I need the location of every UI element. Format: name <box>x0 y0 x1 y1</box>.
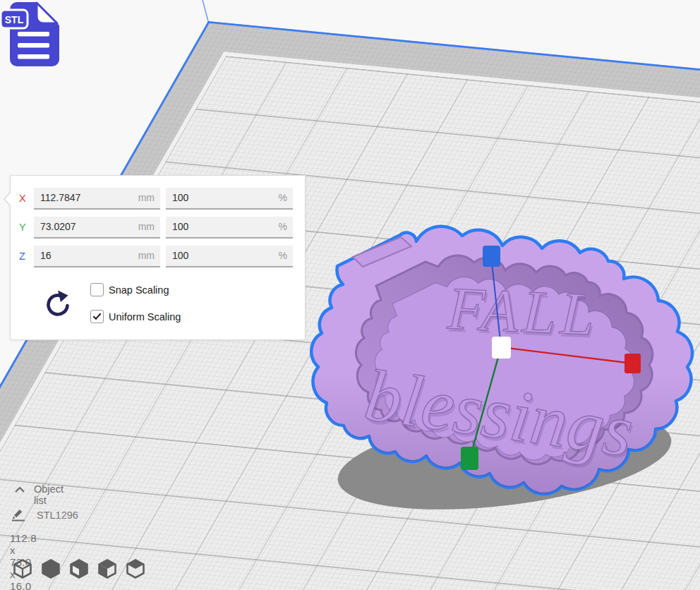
view-cube-wireframe-icon[interactable] <box>13 559 32 579</box>
scale-z-mm-input[interactable]: 16 mm <box>34 246 160 267</box>
scale-z-percent-input[interactable]: 100 % <box>166 246 293 267</box>
reset-icon-arrowhead <box>58 291 68 303</box>
view-cube-top-left-icon[interactable] <box>98 559 116 579</box>
scale-y-unit: mm <box>138 221 155 232</box>
scale-y-percent: 100 <box>172 221 188 232</box>
panel-caret <box>4 191 11 207</box>
scale-row-z: Z 16 mm 100 % <box>11 246 305 267</box>
build-volume-z-edge <box>203 0 208 21</box>
view-cube-front-face-icon[interactable] <box>70 559 88 579</box>
scale-handle-center[interactable] <box>492 337 511 359</box>
scale-z-percent: 100 <box>172 250 188 261</box>
axis-label-z: Z <box>19 251 35 262</box>
scale-handle-x[interactable] <box>624 354 641 373</box>
scale-y-percent-input[interactable]: 100 % <box>166 217 293 239</box>
scale-y-value: 73.0207 <box>40 221 76 232</box>
chevron-up-icon[interactable] <box>14 486 25 493</box>
snap-scaling-label: Snap Scaling <box>109 284 169 296</box>
view-mode-toolbar <box>13 559 145 579</box>
object-list-item-name[interactable]: STL1296 <box>37 510 78 521</box>
scale-x-mm-input[interactable]: 112.7847 mm <box>34 188 160 210</box>
scale-y-percent-unit: % <box>279 221 287 232</box>
snap-scaling-checkbox[interactable] <box>90 283 104 296</box>
scale-handle-y[interactable] <box>461 447 478 470</box>
scale-z-percent-unit: % <box>279 250 287 261</box>
engraving-fall: FALL <box>445 274 600 348</box>
scale-x-unit: mm <box>138 192 155 203</box>
stl-file-icon: STL <box>0 0 65 69</box>
pencil-icon[interactable] <box>10 506 27 522</box>
axis-label-x: X <box>19 193 35 204</box>
scale-handle-z[interactable] <box>483 246 500 267</box>
uniform-scaling-checkbox[interactable] <box>90 310 104 323</box>
scale-y-mm-input[interactable]: 73.0207 mm <box>34 217 160 239</box>
scale-x-percent-unit: % <box>279 192 287 203</box>
view-cube-solid-icon[interactable] <box>42 559 60 579</box>
object-list-title[interactable]: Object list <box>34 483 64 506</box>
viewport: FALL FALL blessings blessings STL <box>0 0 700 590</box>
scale-x-percent: 100 <box>172 192 188 203</box>
scale-x-percent-input[interactable]: 100 % <box>166 188 293 210</box>
scale-z-unit: mm <box>138 250 155 261</box>
uniform-scaling-label: Uniform Scaling <box>109 311 181 323</box>
scale-x-value: 112.7847 <box>40 192 80 203</box>
scale-z-value: 16 <box>40 250 52 261</box>
scale-tool-panel: X 112.7847 mm 100 % Y 73.0207 mm 100 % Z <box>10 175 306 340</box>
axis-label-y: Y <box>19 222 35 233</box>
view-cube-top-face-icon[interactable] <box>126 559 145 579</box>
scale-row-x: X 112.7847 mm 100 % <box>11 188 305 210</box>
scale-row-y: Y 73.0207 mm 100 % <box>11 217 305 239</box>
reset-scale-button[interactable] <box>44 289 72 320</box>
stl-badge-label: STL <box>5 14 24 25</box>
